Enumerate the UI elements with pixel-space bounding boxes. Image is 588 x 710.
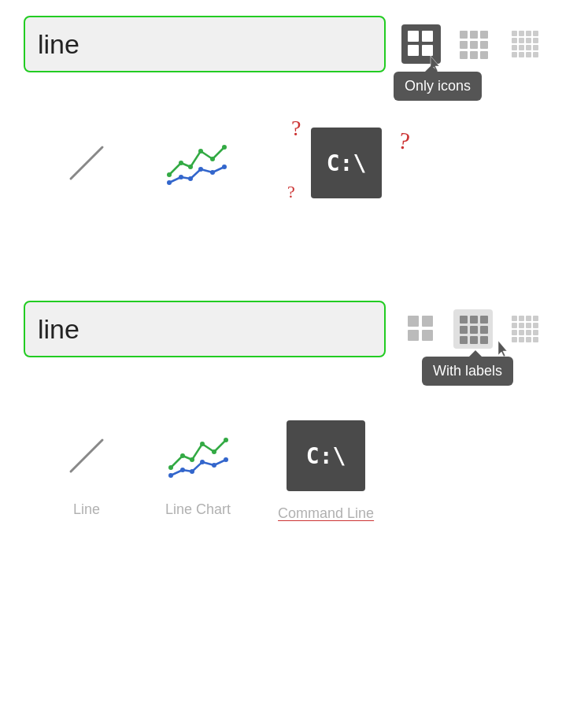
svg-rect-54 bbox=[470, 326, 478, 334]
svg-point-86 bbox=[212, 463, 216, 468]
grid-small-icon-2 bbox=[405, 312, 438, 346]
svg-rect-69 bbox=[526, 330, 531, 335]
line-icon-item-1 bbox=[55, 131, 118, 194]
svg-point-76 bbox=[168, 465, 173, 470]
svg-rect-62 bbox=[533, 316, 538, 321]
cmd-icon-1: C:\ bbox=[311, 128, 382, 198]
search-row-2: line bbox=[24, 301, 564, 357]
svg-rect-66 bbox=[533, 323, 538, 328]
svg-rect-2 bbox=[408, 31, 419, 42]
section-divider bbox=[0, 238, 588, 285]
section-2: line bbox=[0, 285, 588, 553]
grid-large-icon-2 bbox=[508, 312, 542, 346]
svg-line-31 bbox=[71, 147, 102, 179]
svg-rect-11 bbox=[480, 41, 488, 49]
svg-rect-47 bbox=[422, 316, 433, 327]
svg-rect-52 bbox=[480, 316, 488, 324]
svg-point-81 bbox=[224, 438, 228, 442]
line-icon-2 bbox=[55, 424, 118, 487]
question-mark-right-1: ? bbox=[397, 127, 412, 155]
grid-large-icon-1 bbox=[508, 28, 542, 61]
svg-rect-7 bbox=[470, 31, 478, 39]
svg-point-80 bbox=[212, 449, 216, 454]
view-toggles-2: With labels bbox=[401, 309, 545, 349]
svg-rect-65 bbox=[526, 323, 531, 328]
svg-point-40 bbox=[188, 176, 193, 181]
icon-grid-1: ? ? ? C:\ bbox=[24, 88, 564, 222]
svg-point-38 bbox=[167, 180, 172, 185]
svg-rect-23 bbox=[512, 45, 517, 50]
svg-point-82 bbox=[168, 473, 173, 478]
svg-point-77 bbox=[180, 453, 185, 458]
line-chart-label: Line Chart bbox=[165, 501, 231, 518]
line-chart-icon-1 bbox=[165, 131, 228, 194]
svg-point-33 bbox=[179, 161, 183, 165]
cmd-icon-item-2: C:\ Command Line bbox=[278, 420, 374, 522]
icon-grid-2: Line Line Chart bbox=[24, 373, 564, 538]
cmd-wrapper-1: ? ? ? C:\ bbox=[276, 120, 417, 206]
line-label: Line bbox=[73, 501, 100, 518]
line-chart-icon-item-2: Line Chart bbox=[165, 424, 231, 518]
with-labels-tooltip: With labels bbox=[422, 357, 513, 386]
cmd-label-1: C:\ bbox=[327, 150, 367, 176]
only-icons-tooltip: Only icons bbox=[394, 72, 482, 101]
svg-rect-24 bbox=[519, 45, 524, 50]
svg-point-37 bbox=[222, 145, 227, 150]
svg-rect-53 bbox=[460, 326, 468, 334]
search-input-2[interactable]: line bbox=[38, 314, 372, 345]
svg-point-83 bbox=[180, 468, 185, 472]
line-icon-1 bbox=[55, 131, 118, 194]
svg-point-36 bbox=[210, 157, 215, 161]
svg-point-42 bbox=[210, 170, 215, 175]
cursor-icon-2 bbox=[494, 339, 513, 358]
svg-rect-28 bbox=[519, 52, 524, 57]
svg-rect-61 bbox=[526, 316, 531, 321]
svg-point-84 bbox=[190, 469, 194, 474]
svg-rect-72 bbox=[519, 337, 524, 342]
line-icon-item-2: Line bbox=[55, 424, 118, 518]
view-toggle-large-1[interactable] bbox=[505, 24, 545, 64]
svg-rect-68 bbox=[519, 330, 524, 335]
svg-rect-29 bbox=[526, 52, 531, 57]
svg-rect-56 bbox=[460, 336, 468, 344]
svg-point-78 bbox=[190, 457, 194, 462]
svg-point-39 bbox=[179, 175, 183, 179]
view-toggle-medium-2[interactable] bbox=[453, 309, 493, 349]
grid-medium-icon-1 bbox=[457, 28, 490, 61]
cmd-label-2: C:\ bbox=[306, 443, 346, 469]
svg-rect-13 bbox=[470, 51, 478, 59]
svg-point-35 bbox=[198, 149, 203, 153]
svg-point-85 bbox=[200, 460, 205, 464]
svg-point-79 bbox=[200, 442, 205, 446]
svg-rect-12 bbox=[460, 51, 468, 59]
svg-rect-57 bbox=[470, 336, 478, 344]
svg-rect-9 bbox=[460, 41, 468, 49]
search-box-2[interactable]: line bbox=[24, 301, 386, 357]
svg-rect-46 bbox=[408, 316, 419, 327]
svg-line-75 bbox=[71, 440, 102, 471]
svg-rect-15 bbox=[512, 31, 517, 36]
svg-rect-10 bbox=[470, 41, 478, 49]
svg-rect-30 bbox=[533, 52, 538, 57]
svg-point-41 bbox=[198, 167, 203, 172]
search-input-1[interactable]: line bbox=[38, 29, 372, 60]
view-toggle-small-2[interactable] bbox=[401, 309, 441, 349]
grid-medium-icon-2 bbox=[457, 312, 490, 346]
svg-rect-63 bbox=[512, 323, 517, 328]
cmd-icon-2: C:\ bbox=[287, 420, 365, 491]
search-box-1[interactable]: line bbox=[24, 16, 386, 72]
svg-rect-67 bbox=[512, 330, 517, 335]
question-mark-bottom-1: ? bbox=[287, 182, 295, 202]
svg-rect-21 bbox=[526, 38, 531, 43]
svg-rect-22 bbox=[533, 38, 538, 43]
svg-rect-3 bbox=[422, 31, 433, 42]
svg-point-34 bbox=[188, 165, 193, 169]
cmd-icon-item-1: ? ? ? C:\ bbox=[276, 120, 417, 206]
svg-point-32 bbox=[167, 172, 172, 177]
view-toggle-medium-1[interactable] bbox=[453, 24, 493, 64]
svg-rect-73 bbox=[526, 337, 531, 342]
svg-rect-25 bbox=[526, 45, 531, 50]
section-1: line Only icons bbox=[0, 0, 588, 238]
svg-rect-18 bbox=[533, 31, 538, 36]
svg-rect-51 bbox=[470, 316, 478, 324]
